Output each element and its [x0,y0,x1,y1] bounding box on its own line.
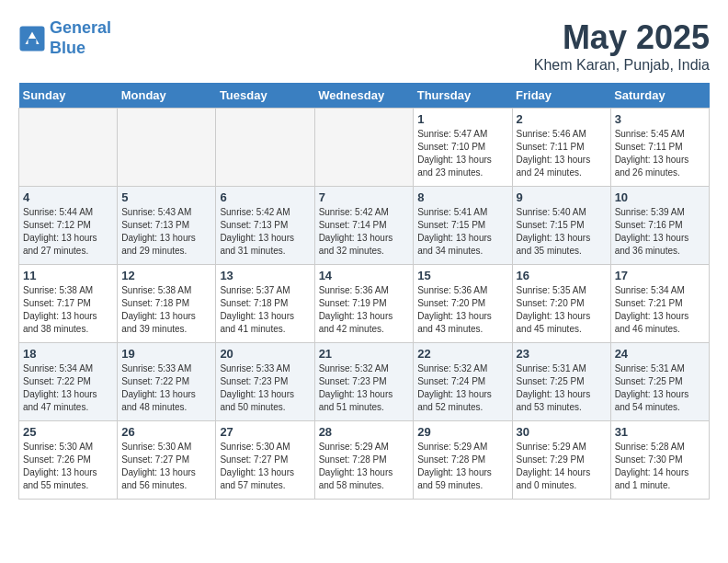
day-info: Sunrise: 5:44 AMSunset: 7:12 PMDaylight:… [23,206,113,258]
calendar-day-cell: 19Sunrise: 5:33 AMSunset: 7:22 PMDayligh… [118,343,216,421]
calendar-day-cell [19,109,118,187]
day-info: Sunrise: 5:38 AMSunset: 7:17 PMDaylight:… [23,284,113,336]
day-info: Sunrise: 5:40 AMSunset: 7:15 PMDaylight:… [517,206,607,258]
calendar-table: SundayMondayTuesdayWednesdayThursdayFrid… [18,83,710,500]
weekday-header-row: SundayMondayTuesdayWednesdayThursdayFrid… [19,83,710,109]
calendar-day-cell: 27Sunrise: 5:30 AMSunset: 7:27 PMDayligh… [216,421,314,500]
day-number: 16 [517,269,607,282]
day-number: 7 [319,190,410,204]
day-number: 24 [615,347,705,361]
day-info: Sunrise: 5:31 AMSunset: 7:25 PMDaylight:… [615,362,705,414]
calendar-day-cell [216,109,314,187]
day-number: 10 [615,190,705,204]
day-number: 18 [23,347,113,361]
calendar-week-row: 18Sunrise: 5:34 AMSunset: 7:22 PMDayligh… [19,343,710,421]
title-block: May 2025 Khem Karan, Punjab, India [534,18,710,74]
calendar-day-cell: 12Sunrise: 5:38 AMSunset: 7:18 PMDayligh… [118,265,216,343]
calendar-day-cell: 29Sunrise: 5:29 AMSunset: 7:28 PMDayligh… [414,421,512,500]
day-number: 4 [23,190,113,204]
logo: General Blue [18,18,111,58]
day-number: 14 [319,269,410,282]
day-number: 26 [121,425,211,439]
day-number: 8 [417,190,507,204]
day-info: Sunrise: 5:29 AMSunset: 7:28 PMDaylight:… [417,441,507,492]
calendar-week-row: 25Sunrise: 5:30 AMSunset: 7:26 PMDayligh… [19,421,710,500]
day-info: Sunrise: 5:30 AMSunset: 7:27 PMDaylight:… [121,441,211,492]
day-info: Sunrise: 5:36 AMSunset: 7:19 PMDaylight:… [319,284,410,336]
calendar-day-cell: 22Sunrise: 5:32 AMSunset: 7:24 PMDayligh… [414,343,512,421]
calendar-day-cell: 23Sunrise: 5:31 AMSunset: 7:25 PMDayligh… [512,343,610,421]
day-info: Sunrise: 5:45 AMSunset: 7:11 PMDaylight:… [615,128,705,179]
day-number: 9 [517,190,607,204]
day-info: Sunrise: 5:47 AMSunset: 7:10 PMDaylight:… [417,128,507,179]
day-info: Sunrise: 5:31 AMSunset: 7:25 PMDaylight:… [517,362,607,414]
day-info: Sunrise: 5:37 AMSunset: 7:18 PMDaylight:… [220,284,310,336]
calendar-day-cell: 28Sunrise: 5:29 AMSunset: 7:28 PMDayligh… [314,421,414,500]
day-number: 27 [220,425,310,439]
weekday-header: Friday [512,83,610,109]
day-number: 30 [517,425,607,439]
day-info: Sunrise: 5:34 AMSunset: 7:22 PMDaylight:… [23,362,113,414]
day-number: 31 [615,425,705,439]
weekday-header: Monday [118,83,216,109]
calendar-week-row: 1Sunrise: 5:47 AMSunset: 7:10 PMDaylight… [19,109,710,187]
day-info: Sunrise: 5:39 AMSunset: 7:16 PMDaylight:… [615,206,705,258]
logo-line2: Blue [50,39,85,57]
calendar-day-cell: 16Sunrise: 5:35 AMSunset: 7:20 PMDayligh… [512,265,610,343]
calendar-day-cell: 6Sunrise: 5:42 AMSunset: 7:13 PMDaylight… [216,187,314,265]
calendar-day-cell: 30Sunrise: 5:29 AMSunset: 7:29 PMDayligh… [512,421,610,500]
day-info: Sunrise: 5:38 AMSunset: 7:18 PMDaylight:… [121,284,211,336]
day-info: Sunrise: 5:42 AMSunset: 7:13 PMDaylight:… [220,206,310,258]
day-info: Sunrise: 5:33 AMSunset: 7:23 PMDaylight:… [220,362,310,414]
day-info: Sunrise: 5:34 AMSunset: 7:21 PMDaylight:… [615,284,705,336]
day-info: Sunrise: 5:46 AMSunset: 7:11 PMDaylight:… [517,128,607,179]
day-number: 22 [417,347,507,361]
calendar-day-cell: 31Sunrise: 5:28 AMSunset: 7:30 PMDayligh… [610,421,709,500]
day-number: 19 [121,347,211,361]
calendar-day-cell: 24Sunrise: 5:31 AMSunset: 7:25 PMDayligh… [610,343,709,421]
calendar-day-cell [314,109,414,187]
weekday-header: Tuesday [216,83,314,109]
calendar-day-cell: 14Sunrise: 5:36 AMSunset: 7:19 PMDayligh… [314,265,414,343]
weekday-header: Wednesday [314,83,414,109]
svg-rect-2 [28,39,37,44]
day-number: 28 [319,425,410,439]
calendar-day-cell: 5Sunrise: 5:43 AMSunset: 7:13 PMDaylight… [118,187,216,265]
day-number: 23 [517,347,607,361]
day-info: Sunrise: 5:41 AMSunset: 7:15 PMDaylight:… [417,206,507,258]
calendar-week-row: 11Sunrise: 5:38 AMSunset: 7:17 PMDayligh… [19,265,710,343]
day-number: 17 [615,269,705,282]
day-number: 29 [417,425,507,439]
calendar-day-cell: 4Sunrise: 5:44 AMSunset: 7:12 PMDaylight… [19,187,118,265]
page-header: General Blue May 2025 Khem Karan, Punjab… [18,18,710,74]
calendar-day-cell: 7Sunrise: 5:42 AMSunset: 7:14 PMDaylight… [314,187,414,265]
logo-icon [18,25,46,52]
calendar-day-cell: 15Sunrise: 5:36 AMSunset: 7:20 PMDayligh… [414,265,512,343]
day-info: Sunrise: 5:30 AMSunset: 7:26 PMDaylight:… [23,441,113,492]
day-info: Sunrise: 5:33 AMSunset: 7:22 PMDaylight:… [121,362,211,414]
day-info: Sunrise: 5:29 AMSunset: 7:28 PMDaylight:… [319,441,410,492]
month-title: May 2025 [534,18,710,57]
calendar-day-cell: 13Sunrise: 5:37 AMSunset: 7:18 PMDayligh… [216,265,314,343]
day-number: 25 [23,425,113,439]
weekday-header: Thursday [414,83,512,109]
day-info: Sunrise: 5:30 AMSunset: 7:27 PMDaylight:… [220,441,310,492]
day-info: Sunrise: 5:29 AMSunset: 7:29 PMDaylight:… [517,441,607,492]
logo-line1: General [50,18,111,37]
weekday-header: Sunday [19,83,118,109]
day-number: 15 [417,269,507,282]
day-number: 2 [517,112,607,126]
location: Khem Karan, Punjab, India [534,57,710,74]
day-number: 20 [220,347,310,361]
calendar-day-cell: 3Sunrise: 5:45 AMSunset: 7:11 PMDaylight… [610,109,709,187]
calendar-day-cell: 26Sunrise: 5:30 AMSunset: 7:27 PMDayligh… [118,421,216,500]
day-number: 12 [121,269,211,282]
calendar-day-cell: 1Sunrise: 5:47 AMSunset: 7:10 PMDaylight… [414,109,512,187]
calendar-day-cell: 2Sunrise: 5:46 AMSunset: 7:11 PMDaylight… [512,109,610,187]
day-number: 13 [220,269,310,282]
day-info: Sunrise: 5:28 AMSunset: 7:30 PMDaylight:… [615,441,705,492]
day-number: 6 [220,190,310,204]
calendar-day-cell: 10Sunrise: 5:39 AMSunset: 7:16 PMDayligh… [610,187,709,265]
calendar-day-cell: 9Sunrise: 5:40 AMSunset: 7:15 PMDaylight… [512,187,610,265]
calendar-day-cell: 11Sunrise: 5:38 AMSunset: 7:17 PMDayligh… [19,265,118,343]
